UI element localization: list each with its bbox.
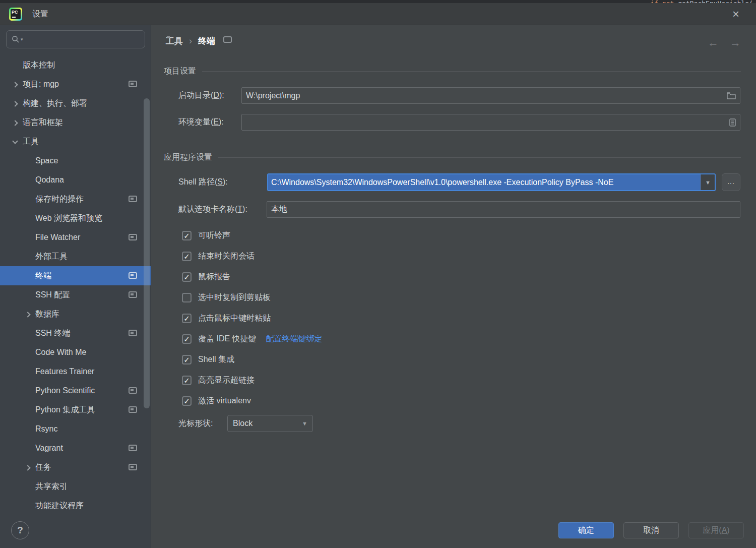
breadcrumb-terminal: 终端	[198, 35, 215, 47]
checkmark-icon: ✓	[183, 253, 190, 260]
sidebar-item-label: 语言和框架	[23, 117, 63, 128]
chevron-icon	[13, 101, 17, 106]
env-variables-input[interactable]	[241, 114, 740, 131]
settings-dialog-screen: if not getBachEnvVariable( PC 设置 × ▾ 版本控…	[0, 0, 756, 548]
edit-variables-icon[interactable]	[729, 118, 736, 127]
checkbox-label: 激活 virtualenv	[198, 396, 251, 406]
checkbox[interactable]: ✓	[182, 231, 192, 240]
sidebar-item-label: 工具	[23, 137, 39, 147]
sidebar-item-label: Vagrant	[35, 444, 63, 453]
folder-browse-icon[interactable]	[727, 92, 736, 99]
sidebar-item-label: 数据库	[35, 309, 59, 320]
checkbox-row: ✓ 点击鼠标中键时粘贴	[182, 308, 323, 329]
checkbox[interactable]: ✓	[182, 252, 192, 261]
back-arrow-icon[interactable]: ←	[708, 36, 719, 49]
sidebar-scrollbar[interactable]	[144, 98, 150, 408]
checkbox[interactable]: ✓	[182, 355, 192, 364]
close-icon[interactable]: ×	[728, 6, 744, 22]
checkbox-row: ✓ 可听铃声	[182, 225, 323, 246]
chevron-down-icon[interactable]: ▼	[701, 174, 715, 190]
sidebar-item[interactable]: Python 集成工具	[0, 400, 151, 419]
checkbox-row: ✓ 覆盖 IDE 快捷键 配置终端键绑定	[182, 329, 323, 349]
ok-button[interactable]: 确定	[558, 522, 614, 538]
sidebar-item[interactable]: SSH 终端	[0, 324, 151, 343]
search-history-caret-icon[interactable]: ▾	[21, 37, 23, 42]
history-nav: ← →	[708, 36, 741, 49]
sidebar-item[interactable]: Qodana	[0, 170, 151, 190]
sidebar-item[interactable]: Python Scientific	[0, 381, 151, 400]
sidebar-item[interactable]: Space	[0, 151, 151, 170]
sidebar-item[interactable]: 保存时的操作	[0, 190, 151, 209]
checkbox[interactable]: ✓	[182, 314, 192, 323]
chevron-icon	[13, 82, 17, 87]
sidebar-item[interactable]: Rsync	[0, 419, 151, 439]
sidebar-item-label: Python Scientific	[35, 386, 95, 395]
sidebar-item-label: 构建、执行、部署	[23, 98, 87, 109]
sidebar-item[interactable]: 工具	[0, 132, 151, 151]
sidebar-item-label: SSH 配置	[35, 290, 70, 300]
sidebar-item-label: 版本控制	[23, 60, 55, 71]
sidebar-item[interactable]: Web 浏览器和预览	[0, 209, 151, 228]
ide-settings-indicator-icon	[129, 445, 137, 451]
checkbox[interactable]: ✓	[182, 293, 192, 302]
sidebar-item-label: SSH 终端	[35, 328, 70, 339]
checkbox-row: ✓ 结束时关闭会话	[182, 246, 323, 267]
checkbox-label: 覆盖 IDE 快捷键	[198, 334, 257, 344]
checkbox[interactable]: ✓	[182, 396, 192, 406]
cancel-button[interactable]: 取消	[623, 522, 679, 538]
apply-button[interactable]: 应用(A)	[688, 522, 744, 538]
sidebar-item[interactable]: 项目: mgp	[0, 75, 151, 94]
shell-path-browse-button[interactable]: ...	[722, 173, 740, 191]
default-tab-name-input[interactable]: 本地	[267, 201, 740, 218]
sidebar-item-label: Rsync	[35, 424, 57, 434]
sidebar-item[interactable]: 共享索引	[0, 477, 151, 496]
cursor-shape-select[interactable]: Block ▼	[227, 415, 313, 432]
sidebar-item-label: 外部工具	[35, 252, 68, 262]
checkbox[interactable]: ✓	[182, 334, 192, 344]
search-input[interactable]: ▾	[6, 30, 145, 48]
cursor-shape-label: 光标形状:	[178, 418, 213, 429]
ide-settings-indicator-icon	[223, 36, 232, 43]
sidebar-item[interactable]: 功能建议程序	[0, 496, 151, 515]
sidebar-item[interactable]: File Watcher	[0, 228, 151, 247]
checkbox[interactable]: ✓	[182, 272, 192, 282]
chevron-icon	[13, 120, 17, 125]
sidebar-item-label: 功能建议程序	[35, 501, 84, 511]
sidebar-item-label: 任务	[35, 462, 51, 473]
shell-path-value[interactable]: C:\Windows\System32\WindowsPowerShell\v1…	[268, 174, 701, 190]
env-variables-label: 环境变量(E):	[178, 117, 224, 128]
dialog-titlebar: PC 设置 ×	[0, 3, 756, 25]
terminal-options-list: ✓ 可听铃声 ✓ 结束时关闭会话 ✓ 鼠标报告 ✓ 选中时复制到剪贴板 ✓ 点击…	[182, 225, 323, 411]
sidebar-item[interactable]: Features Trainer	[0, 362, 151, 381]
checkbox-label: 可听铃声	[198, 230, 230, 241]
forward-arrow-icon[interactable]: →	[730, 36, 741, 49]
shell-path-combobox[interactable]: C:\Windows\System32\WindowsPowerShell\v1…	[267, 173, 716, 191]
checkbox[interactable]: ✓	[182, 376, 192, 385]
help-button[interactable]: ?	[11, 521, 29, 539]
dialog-title: 设置	[32, 9, 48, 20]
checkmark-icon: ✓	[183, 273, 190, 281]
sidebar-item[interactable]: 外部工具	[0, 247, 151, 266]
sidebar-item[interactable]: 语言和框架	[0, 113, 151, 132]
checkbox-label: 点击鼠标中键时粘贴	[198, 313, 271, 324]
sidebar-item[interactable]: 终端	[0, 266, 151, 285]
sidebar-item-label: Web 浏览器和预览	[35, 213, 102, 224]
checkbox-label: Shell 集成	[198, 354, 234, 365]
ide-settings-indicator-icon	[129, 387, 137, 394]
sidebar-item[interactable]: 任务	[0, 458, 151, 477]
breadcrumb-separator: ›	[189, 36, 192, 46]
sidebar-item[interactable]: Code With Me	[0, 343, 151, 362]
dialog-buttons: 确定 取消 应用(A)	[558, 522, 744, 538]
start-directory-input[interactable]: W:\project\mgp	[241, 87, 740, 104]
sidebar-item[interactable]: 版本控制	[0, 55, 151, 75]
settings-tree: 版本控制 项目: mgp 构建、执行、部署 语言和框架 工具 Space Qod…	[0, 55, 151, 515]
sidebar-item[interactable]: 数据库	[0, 305, 151, 324]
sidebar-item[interactable]: 构建、执行、部署	[0, 94, 151, 113]
configure-terminal-keybindings-link[interactable]: 配置终端键绑定	[266, 334, 323, 344]
settings-content: 工具 › 终端 ← → 项目设置 启动目录(D): W:\project\mgp	[151, 25, 756, 548]
chevron-icon	[13, 140, 17, 144]
sidebar-item[interactable]: SSH 配置	[0, 285, 151, 305]
ide-settings-indicator-icon	[129, 330, 137, 336]
ide-settings-indicator-icon	[129, 291, 137, 298]
sidebar-item[interactable]: Vagrant	[0, 439, 151, 458]
